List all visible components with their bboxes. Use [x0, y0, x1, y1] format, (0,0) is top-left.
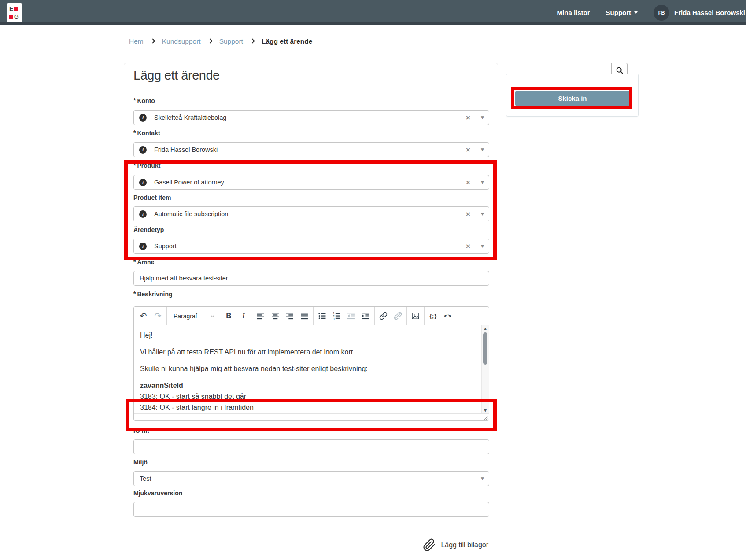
logo-red-square — [9, 15, 13, 19]
dropdown-caret[interactable]: ▼ — [476, 239, 489, 253]
dropdown-caret[interactable]: ▼ — [476, 207, 489, 221]
dropdown-caret[interactable]: ▼ — [476, 111, 489, 125]
align-center-button[interactable] — [268, 309, 283, 324]
clear-icon[interactable]: × — [466, 146, 470, 154]
label-text: Kontakt — [137, 129, 160, 136]
code-sample-icon: {;} — [430, 313, 437, 319]
unlink-button[interactable] — [391, 309, 405, 324]
image-icon — [411, 312, 420, 320]
justify-icon — [301, 312, 308, 320]
chevron-right-icon — [207, 38, 212, 43]
info-icon[interactable]: i — [139, 243, 147, 250]
avatar: FB — [654, 5, 669, 21]
italic-button[interactable]: I — [236, 309, 251, 324]
field-label-produkt: *Produkt — [133, 162, 160, 169]
redo-button[interactable]: ↷ — [151, 309, 165, 324]
breadcrumb-kundsupport[interactable]: Kundsupport — [162, 37, 201, 45]
nav-item-mina-listor[interactable]: Mina listor — [557, 9, 590, 16]
info-icon[interactable]: i — [139, 114, 147, 122]
clear-icon[interactable]: × — [466, 243, 470, 250]
editor-scrollbar[interactable]: ▲ ▼ — [481, 325, 489, 413]
chevron-right-icon — [150, 38, 155, 43]
editor-body: Hej! Vi håller på att testa REST API nu … — [134, 325, 489, 413]
dropdown-caret[interactable]: ▼ — [476, 472, 489, 486]
code-sample-button[interactable]: {;} — [426, 309, 440, 324]
indent-icon — [362, 312, 369, 320]
chevron-down-icon — [211, 313, 215, 317]
resize-handle[interactable] — [483, 415, 488, 420]
scroll-down-icon[interactable]: ▼ — [482, 407, 489, 413]
submit-button[interactable]: Skicka in — [515, 91, 630, 106]
outdent-button[interactable] — [344, 309, 358, 324]
dropdown-caret[interactable]: ▼ — [476, 143, 489, 157]
user-menu[interactable]: FB Frida Hassel Borowski — [654, 5, 745, 21]
editor-statusbar — [134, 413, 489, 420]
eg-logo[interactable]: E G — [7, 3, 22, 22]
field-label-arendetyp: Ärendetyp — [133, 226, 164, 233]
breadcrumb-support[interactable]: Support — [219, 37, 243, 45]
user-name: Frida Hassel Borowski — [674, 9, 745, 16]
editor-content[interactable]: Hej! Vi håller på att testa REST API nu … — [134, 325, 481, 413]
numbered-list-button[interactable]: 123 — [329, 309, 344, 324]
mjukvaruversion-input[interactable] — [133, 502, 489, 517]
toolbar-group-format: Paragraf — [167, 307, 220, 325]
add-attachments-button[interactable]: Lägg till bilagor — [423, 537, 488, 553]
svg-text:3: 3 — [333, 317, 335, 320]
scroll-up-icon[interactable]: ▲ — [482, 325, 489, 332]
paragraph-style-value: Paragraf — [174, 313, 197, 320]
field-label-io-nr: IO nr. — [133, 427, 149, 434]
logo-letter-e: E — [9, 6, 13, 12]
paragraph-style-dropdown[interactable]: Paragraf — [168, 309, 218, 324]
label-text: Beskrivning — [137, 291, 172, 298]
justify-button[interactable] — [297, 309, 312, 324]
arendetyp-lookup[interactable]: i Support × ▼ — [133, 239, 489, 254]
link-icon — [379, 312, 388, 320]
io-nr-input[interactable] — [133, 439, 489, 454]
italic-icon: I — [242, 312, 245, 321]
label-text: Produkt — [137, 162, 160, 169]
info-icon[interactable]: i — [139, 179, 147, 186]
editor-paragraph: Skulle ni kunna hjälpa mig att besvara n… — [140, 363, 481, 374]
clear-icon[interactable]: × — [466, 210, 470, 218]
miljo-select[interactable]: Test ▼ — [133, 471, 489, 486]
toolbar-group-lists: 123 — [314, 307, 375, 325]
field-label-kontakt: *Kontakt — [133, 129, 160, 136]
bullet-list-button[interactable] — [315, 309, 329, 324]
align-right-button[interactable] — [283, 309, 297, 324]
produkt-lookup[interactable]: i Gasell Power of attorney × ▼ — [133, 175, 489, 190]
top-navbar: E G Mina listor Support FB Frida Hassel … — [0, 0, 746, 25]
kontakt-lookup[interactable]: i Frida Hassel Borowski × ▼ — [133, 142, 489, 157]
info-icon[interactable]: i — [139, 146, 147, 154]
product-item-lookup[interactable]: i Automatic file subscription × ▼ — [133, 206, 489, 221]
breadcrumb-bar: Hem Kundsupport Support Lägg ett ärende — [0, 28, 746, 55]
ticket-form-card: Lägg ett ärende *Konto i Skellefteå Kraf… — [124, 63, 498, 560]
label-text: Ärendetyp — [133, 226, 164, 233]
link-button[interactable] — [376, 309, 391, 324]
toolbar-group-code: {;} <> — [425, 307, 456, 325]
nav-item-support[interactable]: Support — [606, 9, 638, 16]
breadcrumb-hem[interactable]: Hem — [129, 37, 144, 45]
bold-button[interactable]: B — [222, 309, 236, 324]
scrollbar-thumb[interactable] — [483, 332, 487, 365]
undo-button[interactable]: ↶ — [136, 309, 151, 324]
info-icon[interactable]: i — [139, 210, 147, 218]
field-label-konto: *Konto — [133, 97, 155, 104]
clear-icon[interactable]: × — [466, 114, 470, 122]
clear-icon[interactable]: × — [466, 179, 470, 186]
required-marker: * — [133, 258, 136, 265]
source-code-button[interactable]: <> — [440, 309, 455, 324]
align-left-button[interactable] — [254, 309, 268, 324]
breadcrumb-current: Lägg ett ärende — [262, 37, 312, 45]
dropdown-caret[interactable]: ▼ — [476, 175, 489, 189]
indent-button[interactable] — [358, 309, 373, 324]
toolbar-group-bold-italic: B I — [220, 307, 252, 325]
label-text: Ämne — [137, 258, 154, 265]
editor-paragraph: 3184: OK - start längre in i framtiden — [140, 402, 481, 413]
bullet-list-icon — [318, 312, 326, 320]
konto-lookup[interactable]: i Skellefteå Kraftaktiebolag × ▼ — [133, 110, 489, 125]
page-title: Lägg ett ärende — [133, 68, 220, 83]
add-attachments-label: Lägg till bilagor — [441, 541, 488, 549]
amne-input[interactable] — [133, 271, 489, 286]
insert-image-button[interactable] — [408, 309, 423, 324]
label-text: Mjukvaruversion — [133, 490, 182, 497]
